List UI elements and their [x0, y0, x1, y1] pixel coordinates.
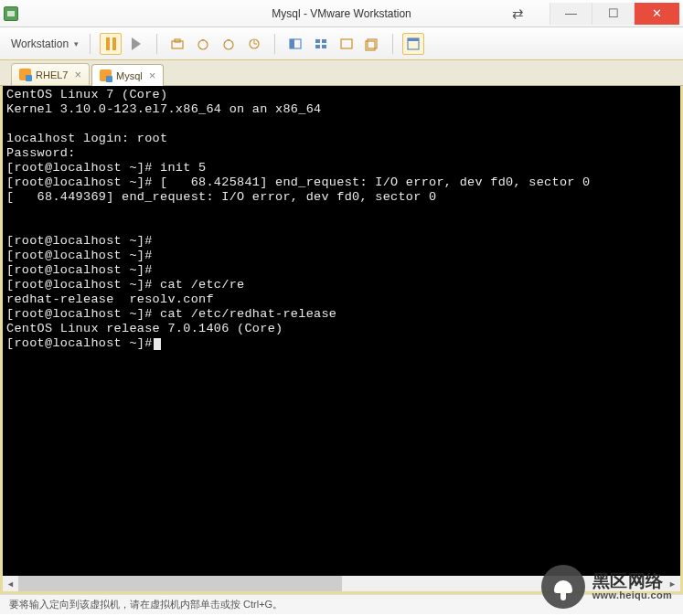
- tab-mysql[interactable]: Mysql ×: [91, 64, 164, 86]
- window-controls: ⇄ — ☐ ✕: [504, 3, 679, 25]
- thumbnail-button[interactable]: [310, 33, 332, 55]
- pause-button[interactable]: [100, 33, 122, 55]
- toolbar-separator: [274, 34, 275, 54]
- terminal-cursor: [154, 338, 161, 350]
- window-titlebar: Mysql - VMware Workstation ⇄ — ☐ ✕: [0, 0, 683, 27]
- scroll-left-button[interactable]: ◄: [3, 576, 18, 591]
- toolbar-separator: [90, 34, 91, 54]
- vm-icon: [19, 69, 31, 80]
- revert-snapshot-button[interactable]: [192, 33, 214, 55]
- svg-rect-10: [322, 39, 326, 43]
- svg-rect-17: [408, 38, 419, 41]
- fullscreen-button[interactable]: [336, 33, 358, 55]
- watermark-text: 黑区网络 www.heiqu.com: [592, 572, 672, 600]
- status-message: 要将输入定向到该虚拟机，请在虚拟机内部单击或按 Ctrl+G。: [9, 598, 283, 611]
- tab-label: RHEL7: [36, 69, 68, 80]
- tab-label: Mysql: [116, 70, 143, 81]
- terminal-container: CentOS Linux 7 (Core) Kernel 3.10.0-123.…: [0, 86, 683, 594]
- unity-button[interactable]: [361, 33, 383, 55]
- workstation-menu[interactable]: Workstation: [9, 34, 80, 54]
- svg-rect-11: [315, 45, 320, 48]
- workstation-menu-label: Workstation: [11, 37, 69, 50]
- show-console-button[interactable]: [284, 33, 306, 55]
- maximize-button[interactable]: ☐: [592, 3, 634, 25]
- terminal-output[interactable]: CentOS Linux 7 (Core) Kernel 3.10.0-123.…: [3, 86, 680, 576]
- watermark-line2: www.heiqu.com: [592, 590, 672, 601]
- svg-point-3: [224, 40, 233, 49]
- scroll-thumb[interactable]: [18, 576, 342, 591]
- svg-rect-8: [290, 39, 294, 48]
- main-toolbar: Workstation: [0, 27, 683, 60]
- vm-icon: [100, 69, 112, 81]
- svg-rect-9: [315, 39, 320, 43]
- close-button[interactable]: ✕: [634, 3, 679, 25]
- manage-button[interactable]: [243, 33, 265, 55]
- watermark: 黑区网络 www.heiqu.com: [541, 565, 672, 609]
- watermark-line1: 黑区网络: [592, 572, 672, 590]
- view-button[interactable]: [402, 33, 424, 55]
- tab-close-button[interactable]: ×: [149, 69, 156, 82]
- tab-close-button[interactable]: ×: [74, 68, 81, 81]
- snapshot-manager-button[interactable]: [218, 33, 240, 55]
- watermark-logo-icon: [541, 565, 585, 609]
- toolbar-separator: [392, 34, 393, 54]
- svg-rect-13: [341, 39, 352, 48]
- move-icon[interactable]: ⇄: [504, 3, 531, 25]
- play-button[interactable]: [125, 33, 147, 55]
- window-title: Mysql - VMware Workstation: [272, 7, 411, 20]
- toolbar-separator: [156, 34, 157, 54]
- app-icon: [4, 6, 18, 21]
- tab-rhel7[interactable]: RHEL7 ×: [11, 63, 90, 85]
- svg-rect-12: [322, 45, 326, 48]
- svg-point-2: [198, 40, 208, 49]
- minimize-button[interactable]: —: [550, 3, 592, 25]
- vm-tabbar: RHEL7 × Mysql ×: [0, 60, 683, 86]
- snapshot-button[interactable]: [166, 33, 188, 55]
